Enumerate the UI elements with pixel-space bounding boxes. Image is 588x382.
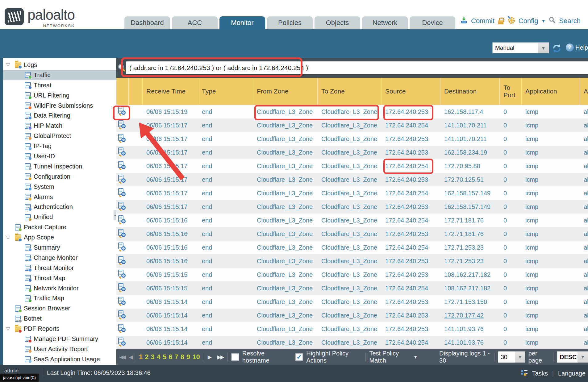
lock-icon[interactable]: [498, 18, 504, 24]
log-detail-magnifier-icon[interactable]: [118, 215, 126, 224]
log-detail-magnifier-icon[interactable]: [118, 324, 126, 333]
log-detail-magnifier-icon[interactable]: [118, 134, 126, 143]
page-number-2[interactable]: 2: [145, 353, 148, 361]
log-row[interactable]: 06/06 15:15:17endCloudflare_L3_ZoneCloud…: [116, 118, 588, 132]
log-detail-magnifier-icon[interactable]: [118, 256, 126, 265]
language-button[interactable]: Language: [558, 370, 586, 377]
sidebar-item-wildfire-submissions[interactable]: WildFire Submissions: [3, 101, 116, 111]
tab-policies[interactable]: Policies: [267, 16, 313, 29]
refresh-icon[interactable]: [552, 44, 562, 55]
config-caret-icon[interactable]: ▼: [541, 19, 545, 23]
per-page-caret-icon[interactable]: ▼: [515, 351, 525, 363]
log-detail-magnifier-icon[interactable]: [118, 310, 126, 319]
page-number-4[interactable]: 4: [157, 353, 161, 361]
log-row[interactable]: 06/06 15:15:17endCloudflare_L3_ZoneCloud…: [116, 132, 588, 146]
sidebar-item-traffic[interactable]: Traffic: [3, 70, 116, 80]
resolve-hostname-checkbox[interactable]: [231, 353, 239, 361]
sidebar-item-summary[interactable]: Summary: [3, 243, 116, 253]
page-number-10[interactable]: 10: [192, 353, 200, 361]
sidebar-splitter[interactable]: ◂: [114, 210, 116, 220]
first-page-icon[interactable]: ◀◀: [119, 354, 124, 360]
log-detail-magnifier-icon[interactable]: [118, 283, 126, 292]
column-header-from[interactable]: From Zone: [253, 78, 318, 105]
log-detail-magnifier-icon[interactable]: [118, 147, 126, 156]
tree-expander-icon[interactable]: ▽: [6, 62, 15, 68]
tasks-button[interactable]: Tasks: [532, 370, 548, 377]
column-header-dest[interactable]: Destination: [440, 78, 500, 105]
log-detail-magnifier-icon[interactable]: [118, 229, 126, 238]
config-menu[interactable]: Config: [519, 17, 538, 25]
log-detail-magnifier-icon[interactable]: [118, 120, 126, 129]
tab-network[interactable]: Network: [362, 16, 408, 29]
page-number-7[interactable]: 7: [175, 353, 178, 361]
page-number-6[interactable]: 6: [169, 353, 172, 361]
per-page-select[interactable]: 30: [498, 351, 515, 363]
tree-expander-icon[interactable]: ▽: [6, 326, 15, 332]
sidebar-item-pdf-reports[interactable]: ▽PDF Reports: [3, 324, 116, 334]
help-icon[interactable]: ?: [566, 44, 574, 52]
next-page-icon[interactable]: ▶: [208, 354, 212, 360]
log-row[interactable]: 06/06 15:15:15endCloudflare_L3_ZoneCloud…: [116, 268, 588, 281]
column-header-app[interactable]: Application: [522, 78, 580, 105]
sort-order-select[interactable]: DESC: [557, 351, 578, 363]
sidebar-item-alarms[interactable]: Alarms: [3, 192, 116, 202]
sidebar-item-url-filtering[interactable]: URL Filtering: [3, 90, 116, 101]
last-page-icon[interactable]: ▶▶: [217, 354, 223, 360]
page-number-9[interactable]: 9: [186, 353, 190, 361]
sidebar-item-app-scope[interactable]: ▽App Scope: [3, 232, 116, 243]
log-row[interactable]: 06/06 15:15:14endCloudflare_L3_ZoneCloud…: [116, 309, 588, 322]
page-number-8[interactable]: 8: [181, 353, 184, 361]
page-number-3[interactable]: 3: [151, 353, 155, 361]
log-detail-magnifier-icon[interactable]: [118, 202, 126, 210]
tree-expander-icon[interactable]: ▽: [6, 235, 15, 240]
log-row[interactable]: 06/06 15:15:16endCloudflare_L3_ZoneCloud…: [116, 241, 588, 254]
log-row[interactable]: 06/06 15:15:17endCloudflare_L3_ZoneCloud…: [116, 146, 588, 159]
log-row[interactable]: 06/06 15:15:16endCloudflare_L3_ZoneCloud…: [116, 254, 588, 268]
sidebar-item-data-filtering[interactable]: Data Filtering: [3, 110, 116, 121]
refresh-interval-select[interactable]: Manual: [492, 42, 538, 53]
log-detail-magnifier-icon[interactable]: [118, 188, 126, 197]
log-row[interactable]: 06/06 15:15:16endCloudflare_L3_ZoneCloud…: [116, 227, 588, 241]
log-row[interactable]: 06/06 15:15:17endCloudflare_L3_ZoneCloud…: [116, 173, 588, 186]
sidebar-item-logs[interactable]: ▽Logs: [3, 60, 116, 70]
log-detail-magnifier-icon[interactable]: [118, 107, 126, 115]
sidebar-item-threat[interactable]: Threat: [3, 80, 116, 90]
log-row[interactable]: 06/06 15:15:14endCloudflare_L3_ZoneCloud…: [116, 322, 588, 336]
tab-device[interactable]: Device: [410, 16, 455, 29]
log-detail-magnifier-icon[interactable]: [118, 297, 126, 305]
sidebar-item-hip-match[interactable]: HIP Match: [3, 121, 116, 131]
log-detail-magnifier-icon[interactable]: [118, 175, 126, 183]
tab-dashboard[interactable]: Dashboard: [124, 16, 170, 29]
sidebar-item-packet-capture[interactable]: Packet Capture: [3, 222, 116, 232]
page-number-1[interactable]: 1: [139, 353, 143, 361]
sidebar-item-manage-pdf-summary[interactable]: Manage PDF Summary: [3, 334, 116, 344]
tab-monitor[interactable]: Monitor: [219, 16, 265, 29]
sidebar-item-tunnel-inspection[interactable]: Tunnel Inspection: [3, 161, 116, 172]
sidebar-item-ip-tag[interactable]: IP-Tag: [3, 141, 116, 151]
log-row[interactable]: 06/06 15:15:15endCloudflare_L3_ZoneCloud…: [116, 281, 588, 295]
sidebar-item-user-activity-report[interactable]: User Activity Report: [3, 344, 116, 354]
refresh-interval-caret-icon[interactable]: ▼: [538, 42, 549, 53]
test-policy-caret-icon[interactable]: ▼: [413, 355, 418, 359]
page-number-5[interactable]: 5: [163, 353, 166, 361]
highlight-policy-actions-checkbox[interactable]: ✓: [295, 353, 303, 361]
sidebar-item-system[interactable]: System: [3, 182, 116, 192]
sidebar-item-unified[interactable]: Unified: [3, 212, 116, 222]
sidebar-item-threat-monitor[interactable]: Threat Monitor: [3, 263, 116, 273]
column-header-source[interactable]: Source: [382, 78, 440, 105]
sidebar-item-saas-application-usage[interactable]: SaaS Application Usage: [3, 354, 116, 364]
sidebar-item-botnet[interactable]: Botnet: [3, 313, 116, 324]
help-label[interactable]: Help: [575, 44, 588, 51]
tab-objects[interactable]: Objects: [315, 16, 360, 29]
column-header-action[interactable]: Action: [580, 78, 588, 105]
sidebar-item-session-browser[interactable]: Session Browser: [3, 303, 116, 313]
sidebar-item-globalprotect[interactable]: GlobalProtect: [3, 131, 116, 141]
log-detail-magnifier-icon[interactable]: [118, 243, 126, 251]
column-header-type[interactable]: Type: [198, 78, 253, 105]
column-header-port[interactable]: To Port: [500, 78, 522, 105]
log-row[interactable]: 06/06 15:15:17endCloudflare_L3_ZoneCloud…: [116, 159, 588, 173]
admin-user-link[interactable]: admin: [4, 368, 19, 374]
column-header-detail[interactable]: [116, 78, 129, 105]
log-row[interactable]: 06/06 15:15:19endCloudflare_L3_ZoneCloud…: [116, 105, 588, 118]
log-detail-magnifier-icon[interactable]: [118, 161, 126, 170]
